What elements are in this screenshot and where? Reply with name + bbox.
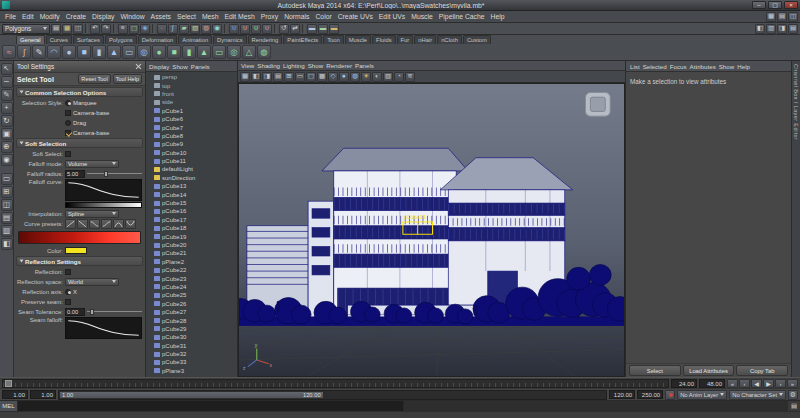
menu-item[interactable]: Color (312, 11, 334, 22)
shelf-item-icon[interactable]: ✎ (32, 45, 46, 59)
layout-button-icon[interactable]: ◧ (1, 238, 13, 250)
view-cube[interactable] (586, 93, 611, 117)
status-icon[interactable]: ▬ (329, 24, 339, 34)
status-icon[interactable]: ◈ (140, 24, 150, 34)
outliner-item[interactable]: pCube31 (146, 342, 237, 350)
shelf-tab[interactable]: Deformation (138, 35, 178, 44)
layout-button-icon[interactable]: ▤ (1, 212, 13, 224)
curve-preset-icon[interactable] (125, 219, 136, 229)
tool-icon[interactable]: ↖ (1, 63, 13, 75)
shelf-tab[interactable]: Polygons (105, 35, 137, 44)
outliner-item[interactable]: pCube19 (146, 232, 237, 240)
viewport-toolbar-icon[interactable]: ◨ (262, 72, 272, 82)
shelf-tab[interactable]: Animation (178, 35, 212, 44)
soft-select-checkbox[interactable] (65, 151, 71, 157)
curve-preset-icon[interactable] (77, 219, 88, 229)
status-icon[interactable]: ∪ (229, 24, 239, 34)
character-set-select[interactable]: No Character Set (729, 390, 786, 400)
menu-item[interactable]: Create UVs (335, 11, 376, 22)
menu-item[interactable]: Edit Mesh (222, 11, 258, 22)
seam-falloff-graph[interactable] (65, 317, 142, 339)
camera-based-checkbox[interactable] (65, 110, 71, 116)
viewport-toolbar-icon[interactable]: ▤ (273, 72, 283, 82)
shelf-tab[interactable]: Dynamics (213, 35, 246, 44)
shelf-item-icon[interactable]: ■ (77, 45, 91, 59)
tool-icon[interactable]: ⊕ (1, 141, 13, 153)
outliner-item[interactable]: sunDirection (146, 174, 237, 182)
reset-tool-button[interactable]: Reset Tool (78, 74, 110, 84)
status-icon[interactable]: ▰ (179, 24, 189, 34)
time-field-1[interactable]: 24.00 (671, 379, 697, 388)
shelf-tab[interactable]: Custom (463, 35, 491, 44)
shelf-tab[interactable]: nCloth (437, 35, 462, 44)
close-button[interactable]: × (784, 1, 798, 9)
command-line-mode-toggle[interactable]: MEL (0, 401, 18, 411)
status-icon[interactable]: ↷ (101, 24, 111, 34)
shelf-tab[interactable]: Fluids (372, 35, 395, 44)
menu-item[interactable]: Edit (19, 11, 37, 22)
attribute-editor-menu-item[interactable]: List (630, 63, 640, 70)
status-icon[interactable]: ◍ (201, 24, 211, 34)
command-input[interactable] (18, 401, 404, 411)
outliner-item[interactable]: pCube33 (146, 358, 237, 366)
script-editor-icon[interactable]: ▤ (788, 401, 800, 411)
drag-radio[interactable] (65, 120, 71, 126)
viewport-toolbar-icon[interactable]: ◐ (372, 72, 382, 82)
outliner-item[interactable]: pCube15 (146, 199, 237, 207)
status-icon[interactable]: ∪ (240, 24, 250, 34)
shelf-item-icon[interactable]: ● (62, 45, 76, 59)
status-icon[interactable]: ⇄ (290, 24, 300, 34)
outliner-item[interactable]: pCube13 (146, 182, 237, 190)
outliner-item[interactable]: pCube7 (146, 123, 237, 131)
shelf-item-icon[interactable]: ● (152, 45, 166, 59)
range-slider-handle[interactable]: 1.00 120.00 (60, 392, 323, 398)
outliner-item[interactable]: pCube23 (146, 274, 237, 282)
status-icon[interactable]: ▬ (307, 24, 317, 34)
status-icon[interactable]: ▦ (62, 24, 72, 34)
shelf-tab[interactable]: Fur (397, 35, 414, 44)
current-time-marker[interactable] (5, 380, 12, 387)
camera-based-checkbox-2[interactable] (65, 130, 71, 136)
shelf-tab[interactable]: Curves (46, 35, 72, 44)
outliner-item[interactable]: pCube28 (146, 316, 237, 324)
outliner-item[interactable]: pCube29 (146, 325, 237, 333)
section-soft-selection[interactable]: Soft Selection (16, 138, 143, 148)
status-icon[interactable]: ≡ (118, 24, 128, 34)
attribute-editor-menu-item[interactable]: Help (737, 63, 750, 70)
attribute-editor-menu-item[interactable]: Focus (670, 63, 687, 70)
interpolation-select[interactable]: Spline (65, 210, 119, 218)
outliner-item[interactable]: pCube6 (146, 115, 237, 123)
viewport-menu-item[interactable]: Renderer (326, 62, 352, 69)
menu-item[interactable]: Normals (281, 11, 312, 22)
outliner-item[interactable]: pCube24 (146, 283, 237, 291)
layout-button-icon[interactable]: ◫ (1, 199, 13, 211)
minimize-button[interactable]: – (752, 1, 766, 9)
playback-button[interactable]: ◀ (751, 379, 762, 388)
shelf-item-icon[interactable]: ▲ (197, 45, 211, 59)
tool-icon[interactable]: + (1, 102, 13, 114)
tool-icon[interactable]: ▣ (1, 128, 13, 140)
status-icon[interactable] (274, 24, 277, 33)
shelf-item-icon[interactable]: ▭ (212, 45, 226, 59)
range-slider[interactable]: 1.00 120.00 (58, 390, 607, 400)
preserve-seam-checkbox[interactable] (65, 299, 71, 305)
outliner-item[interactable]: pCube1 (146, 107, 237, 115)
status-icon[interactable]: ∙ (157, 24, 167, 34)
falloff-color-ramp[interactable] (18, 231, 141, 244)
seam-tolerance-field[interactable]: 0.00 (65, 308, 85, 316)
viewport-toolbar-icon[interactable]: ◍ (350, 72, 360, 82)
status-icon[interactable] (224, 24, 227, 33)
outliner-item[interactable]: pCube27 (146, 308, 237, 316)
outliner-menu-item[interactable]: Display (149, 63, 169, 70)
attribute-editor-button[interactable]: Copy Tab (736, 365, 788, 376)
outliner-menu-item[interactable]: Panels (191, 63, 210, 70)
menu-item[interactable]: File (2, 11, 19, 22)
status-icon[interactable] (85, 24, 88, 33)
viewport-toolbar-icon[interactable]: ◔ (394, 72, 404, 82)
viewport-toolbar-icon[interactable]: ▧ (383, 72, 393, 82)
status-icon[interactable]: ∫ (168, 24, 178, 34)
menu-item[interactable]: Select (174, 11, 199, 22)
viewport-toolbar-icon[interactable]: ▦ (240, 72, 250, 82)
sidebar-toggle-icon[interactable]: ▤ (788, 24, 798, 34)
attribute-editor-button[interactable]: Select (629, 365, 681, 376)
